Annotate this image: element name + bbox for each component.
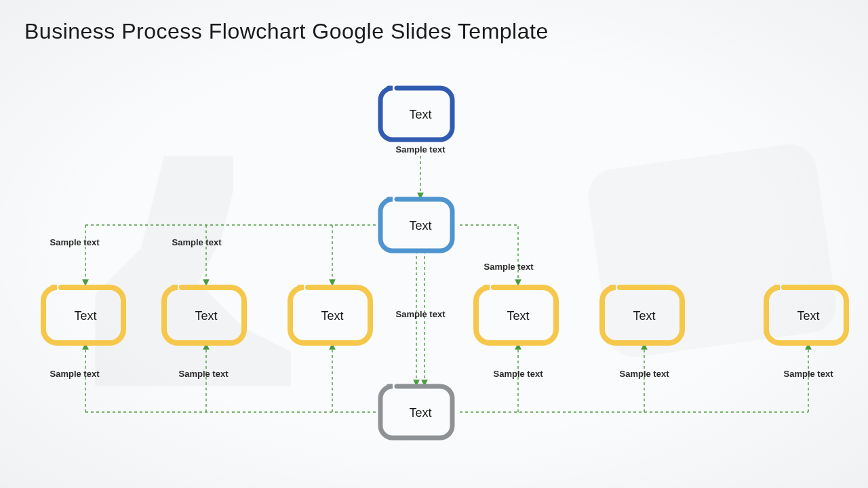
node-mid-label: Text <box>409 219 431 232</box>
node-bottom-label: Text <box>409 406 431 420</box>
node-y5-label: Text <box>633 309 655 323</box>
node-mid-caption: Sample text <box>396 309 446 319</box>
node-y4-caption-bottom: Sample text <box>494 369 544 379</box>
node-top-caption: Sample text <box>396 144 446 155</box>
node-bottom: Text <box>380 386 452 438</box>
node-y6-caption-bottom: Sample text <box>784 369 834 379</box>
node-top: Text Sample text <box>380 88 452 155</box>
node-y4-caption-top: Sample text <box>484 262 534 272</box>
node-y1-label: Text <box>74 309 96 323</box>
node-y3: Text <box>290 287 370 343</box>
node-y6-label: Text <box>797 309 819 323</box>
node-y2-caption-bottom: Sample text <box>179 369 229 379</box>
node-y2-label: Text <box>195 309 217 323</box>
node-mid: Text <box>380 199 452 251</box>
node-y4-label: Text <box>507 309 529 323</box>
node-y3-label: Text <box>321 309 343 323</box>
node-y1-caption-bottom: Sample text <box>50 369 100 379</box>
flowchart-canvas: Text Sample text Text Sample text Text T… <box>0 0 868 488</box>
node-y1: Text <box>43 287 123 343</box>
node-y5: Text <box>602 287 682 343</box>
connector-to-y4 <box>460 225 518 285</box>
node-y2: Text <box>164 287 244 343</box>
node-y4: Text <box>476 287 556 343</box>
node-y1-caption-top: Sample text <box>50 237 100 247</box>
node-top-label: Text <box>409 108 431 121</box>
node-y5-caption-bottom: Sample text <box>620 369 670 379</box>
node-y2-caption-top: Sample text <box>172 237 222 247</box>
node-y6: Text <box>766 287 846 343</box>
